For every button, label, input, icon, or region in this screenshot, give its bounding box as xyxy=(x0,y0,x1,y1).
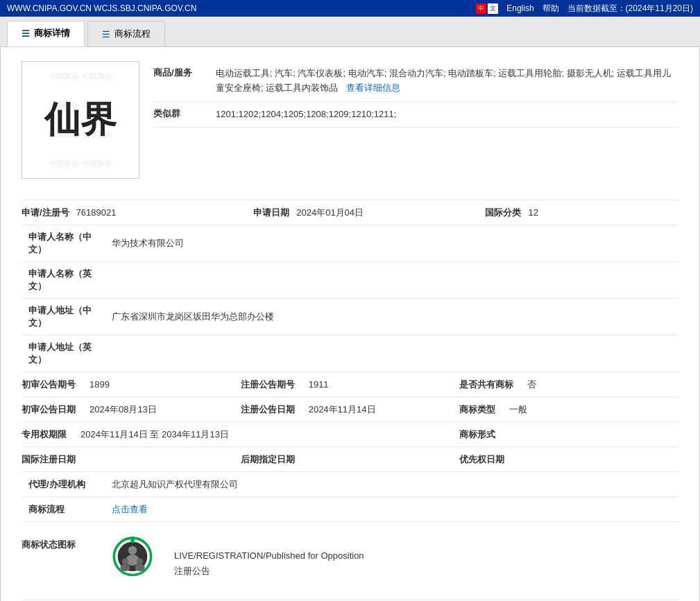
agent-label: 代理/办理机构 xyxy=(22,472,105,496)
goods-services-row: 商品/服务 电动运载工具; 汽车; 汽车仪表板; 电动汽车; 混合动力汽车; 电… xyxy=(153,61,678,102)
app-date-cell: 申请日期 2024年01月04日 xyxy=(253,200,485,225)
goods-services-value: 电动运载工具; 汽车; 汽车仪表板; 电动汽车; 混合动力汽车; 电动踏板车; … xyxy=(216,67,678,96)
priority-date-cell: 优先权日期 xyxy=(459,447,678,471)
row-pub-info: 初审公告期号 1899 注册公告期号 1911 是否共有商标 否 xyxy=(22,372,678,397)
process-value: 点击查看 xyxy=(105,497,678,521)
applicant-en-value xyxy=(105,262,678,298)
svg-point-6 xyxy=(137,558,143,564)
prelim-pub-no-label: 初审公告期号 xyxy=(22,378,76,391)
exclusive-period-value: 2024年11月14日 至 2034年11月13日 xyxy=(80,428,229,441)
data-date: 当前数据截至：(2024年11月20日) xyxy=(567,3,693,15)
agent-value: 北京超凡知识产权代理有限公司 xyxy=(105,472,678,496)
intl-reg-date-cell: 国际注册日期 xyxy=(22,447,241,471)
status-section: 商标状态图标 LIVE/REGISTRATION xyxy=(22,522,678,600)
status-text-main: LIVE/REGISTRATION/Published for Oppositi… xyxy=(174,550,364,561)
reg-pub-date-label: 注册公告日期 xyxy=(241,403,295,416)
reg-number-cell: 申请/注册号 76189021 xyxy=(22,200,253,225)
priority-date-label: 优先权日期 xyxy=(459,453,504,466)
app-date-label: 申请日期 xyxy=(253,207,289,219)
status-text-area: LIVE/REGISTRATION/Published for Oppositi… xyxy=(174,545,364,577)
detail-tab-icon: ☰ xyxy=(22,28,30,39)
main-content: 中国商标 中国商标 中国商标 中国商标 中国商标 中国商标 中国商标 中国商标 … xyxy=(0,47,700,601)
row-agent: 代理/办理机构 北京超凡知识产权代理有限公司 xyxy=(22,472,678,497)
intl-class-value: 12 xyxy=(528,207,538,218)
row-applicant-en: 申请人名称（英文） xyxy=(22,262,678,299)
similar-group-value: 1201;1202;1204;1205;1208;1209;1210;1211; xyxy=(216,107,678,122)
trademark-type-value: 一般 xyxy=(509,403,527,416)
tab-detail[interactable]: ☰ 商标详情 xyxy=(7,21,85,46)
status-text-sub: 注册公告 xyxy=(174,565,364,577)
applicant-cn-label: 申请人名称（中文） xyxy=(22,225,105,261)
site2-link[interactable]: WCJS.SBJ.CNIPA.GOV.CN xyxy=(94,3,196,13)
trademark-image: 中国商标 中国商标 中国商标 中国商标 中国商标 中国商标 中国商标 中国商标 … xyxy=(22,61,139,179)
goods-services-detail-link[interactable]: 查看详细信息 xyxy=(346,82,400,93)
tab-process[interactable]: ☰ 商标流程 xyxy=(87,21,165,46)
row-address-en: 申请人地址（英文） xyxy=(22,336,678,372)
address-en-value xyxy=(105,336,678,372)
similar-group-row: 类似群 1201;1202;1204;1205;1208;1209;1210;1… xyxy=(153,102,678,128)
process-link[interactable]: 点击查看 xyxy=(112,503,148,516)
svg-point-4 xyxy=(122,558,128,564)
language-switch[interactable]: English xyxy=(506,3,533,13)
row-applicant-cn: 申请人名称（中文） 华为技术有限公司 xyxy=(22,225,678,262)
trademark-form-cell: 商标形式 xyxy=(459,422,678,446)
process-tab-icon: ☰ xyxy=(102,29,110,40)
row-address-cn: 申请人地址（中文） 广东省深圳市龙岗区坂田华为总部办公楼 xyxy=(22,299,678,336)
prelim-pub-no-value: 1899 xyxy=(89,379,110,390)
trademark-info: 商品/服务 电动运载工具; 汽车; 汽车仪表板; 电动汽车; 混合动力汽车; 电… xyxy=(153,61,678,179)
similar-group-label: 类似群 xyxy=(153,107,216,120)
applicant-en-label: 申请人名称（英文） xyxy=(22,262,105,298)
site1-link[interactable]: WWW.CNIPA.GOV.CN xyxy=(7,3,92,13)
award-medal-icon xyxy=(105,533,160,589)
status-icon-area: LIVE/REGISTRATION/Published for Oppositi… xyxy=(105,533,364,589)
is-shared-cell: 是否共有商标 否 xyxy=(459,372,678,397)
reg-pub-date-cell: 注册公告日期 2024年11月14日 xyxy=(241,397,460,421)
svg-point-7 xyxy=(135,564,145,571)
address-cn-label: 申请人地址（中文） xyxy=(22,299,105,335)
is-shared-label: 是否共有商标 xyxy=(459,378,513,391)
help-link[interactable]: 帮助 xyxy=(543,3,559,15)
tab-detail-label: 商标详情 xyxy=(34,27,70,40)
applicant-cn-value: 华为技术有限公司 xyxy=(105,225,678,261)
goods-services-label: 商品/服务 xyxy=(153,67,216,79)
prelim-pub-date-label: 初审公告日期 xyxy=(22,403,76,416)
reg-pub-no-label: 注册公告期号 xyxy=(241,378,295,391)
flag-icons: 中 文 xyxy=(476,3,498,14)
svg-point-2 xyxy=(128,546,137,555)
trademark-header: 中国商标 中国商标 中国商标 中国商标 中国商标 中国商标 中国商标 中国商标 … xyxy=(22,61,678,186)
row-dates2: 国际注册日期 后期指定日期 优先权日期 xyxy=(22,447,678,472)
prelim-pub-date-cell: 初审公告日期 2024年08月13日 xyxy=(22,397,241,421)
details-table: 申请/注册号 76189021 申请日期 2024年01月04日 国际分类 12… xyxy=(22,200,678,522)
intl-reg-date-label: 国际注册日期 xyxy=(22,453,76,466)
later-designation-label: 后期指定日期 xyxy=(241,453,295,466)
trademark-type-label: 商标类型 xyxy=(459,403,495,416)
prelim-pub-date-value: 2024年08月13日 xyxy=(89,403,157,416)
exclusive-period-label: 专用权期限 xyxy=(22,428,67,441)
later-designation-cell: 后期指定日期 xyxy=(241,447,460,471)
trademark-type-cell: 商标类型 一般 xyxy=(459,397,678,421)
trademark-text: 仙界 xyxy=(44,96,117,144)
reg-number-value: 76189021 xyxy=(76,207,117,218)
top-bar: WWW.CNIPA.GOV.CN WCJS.SBJ.CNIPA.GOV.CN 中… xyxy=(0,0,700,17)
status-icon-label: 商标状态图标 xyxy=(22,533,105,551)
address-cn-value: 广东省深圳市龙岗区坂田华为总部办公楼 xyxy=(105,299,678,335)
process-label: 商标流程 xyxy=(22,497,105,521)
trademark-form-label: 商标形式 xyxy=(459,428,495,441)
reg-pub-no-cell: 注册公告期号 1911 xyxy=(241,372,460,397)
row-pub-dates: 初审公告日期 2024年08月13日 注册公告日期 2024年11月14日 商标… xyxy=(22,397,678,422)
tab-process-label: 商标流程 xyxy=(114,28,151,40)
svg-point-5 xyxy=(120,564,130,571)
row-period-form: 专用权期限 2024年11月14日 至 2034年11月13日 商标形式 xyxy=(22,422,678,447)
is-shared-value: 否 xyxy=(527,378,536,391)
reg-number-label: 申请/注册号 xyxy=(22,207,69,219)
tabs-bar: ☰ 商标详情 ☰ 商标流程 xyxy=(0,17,700,47)
row-process: 商标流程 点击查看 xyxy=(22,497,678,522)
intl-class-cell: 国际分类 12 xyxy=(485,200,678,225)
reg-pub-date-value: 2024年11月14日 xyxy=(309,403,376,416)
intl-class-label: 国际分类 xyxy=(485,207,521,219)
svg-rect-8 xyxy=(130,537,134,543)
row-reg-info: 申请/注册号 76189021 申请日期 2024年01月04日 国际分类 12 xyxy=(22,200,678,225)
reg-pub-no-value: 1911 xyxy=(309,379,329,390)
address-en-label: 申请人地址（英文） xyxy=(22,336,105,372)
prelim-pub-no-cell: 初审公告期号 1899 xyxy=(22,372,241,397)
